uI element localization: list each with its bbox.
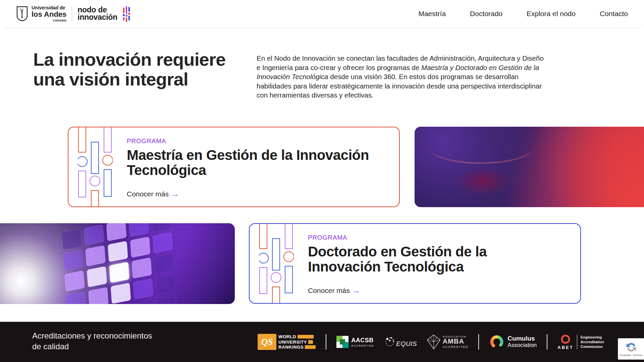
brand[interactable]: Universidad de los Andes Colombia nodo d… [16,5,131,22]
university-name-line1: Universidad de [32,5,66,10]
equis-globe-icon [384,336,395,348]
nav-maestria[interactable]: Maestría [418,10,446,18]
nodo-mark-icon [123,6,131,22]
footer-heading: Acreditaciones y reconocimientos de cali… [32,330,153,352]
conocer-mas-link-maestria[interactable]: Conocer más → [127,190,179,198]
qs-rankings-logo: QS WORLD UNIVERSITY RANKINGS [258,334,316,350]
glasses-highlight-decoration [428,130,534,164]
university-country: Colombia [32,19,66,22]
page: Universidad de los Andes Colombia nodo d… [0,0,644,362]
launchpad-pads-decoration [61,223,200,304]
nodo-wordmark: nodo de innovación [77,6,117,21]
uniandes-shield-icon [16,6,28,21]
arrow-right-icon: → [171,190,179,198]
card-title-doctorado: Doctorado en Gestión de la Innovación Te… [308,244,556,275]
hero-paragraph: En el Nodo de Innovación se conectan las… [257,54,544,100]
page-title: La innovación requiere una visión integr… [33,50,248,89]
abet-logo: ABET Engineering Accreditation Commissio… [557,334,604,350]
abet-ring-icon [560,334,571,344]
amba-logo: ASSOCIATION AMBA ACCREDITED [427,335,469,349]
photo-maestria-face [415,127,644,207]
accreditation-logos: QS WORLD UNIVERSITY RANKINGS AACSB [258,322,604,362]
card-maestria[interactable]: PROGRAMA Maestría en Gestión de la Innov… [68,127,400,207]
recaptcha-privacy-terms[interactable]: Privacidad - Términos [620,354,643,356]
recaptcha-badge[interactable]: Privacidad - Términos [618,338,644,360]
photo-doctorado-launchpad [0,223,235,304]
cumulus-logo: Cumulus Association [489,334,537,350]
aacsb-logo: AACSB ACCREDITED [336,336,374,348]
conocer-mas-link-doctorado[interactable]: Conocer más → [308,286,360,295]
brand-divider [72,6,72,21]
equis-logo: EQUIS [384,336,417,348]
university-name-line2: los Andes [32,11,66,18]
card-title-maestria: Maestría en Gestión de la Innovación Tec… [127,147,375,178]
nodo-pattern-decoration [78,127,113,207]
main-nav: Maestría Doctorado Explora el nodo Conta… [418,10,628,18]
arrow-right-icon: → [353,286,360,295]
nav-explora-el-nodo[interactable]: Explora el nodo [527,10,576,18]
card-eyebrow: PROGRAMA [308,234,556,241]
uniandes-logo: Universidad de los Andes Colombia [16,5,66,22]
footer: Acreditaciones y reconocimientos de cali… [0,322,644,362]
abet-divider [577,335,577,349]
logo-separator [547,334,547,350]
aacsb-icon [336,336,348,348]
nav-contacto[interactable]: Contacto [600,10,628,18]
amba-diamond-icon [427,335,440,349]
header: Universidad de los Andes Colombia nodo d… [0,0,644,28]
nav-doctorado[interactable]: Doctorado [470,10,502,18]
card-doctorado[interactable]: PROGRAMA Doctorado en Gestión de la Inno… [249,223,581,304]
recaptcha-icon [626,342,637,353]
logo-separator [478,334,479,350]
logo-separator [326,334,326,350]
qs-initials: QS [258,334,276,350]
card-eyebrow: PROGRAMA [127,137,375,145]
cumulus-c-icon [489,334,504,350]
nodo-pattern-decoration [259,223,294,304]
